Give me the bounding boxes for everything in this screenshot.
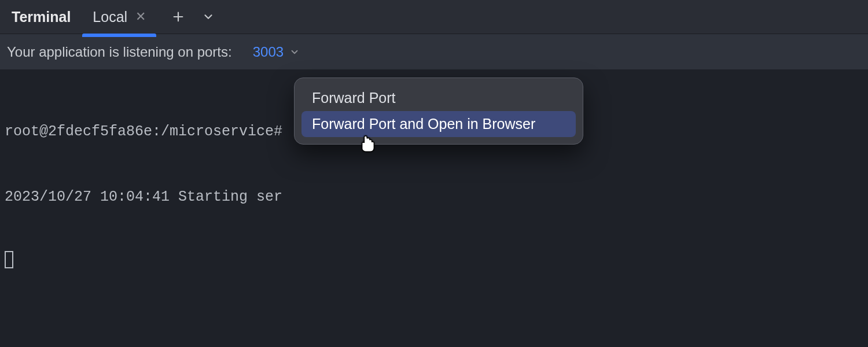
terminal-line: 2023/10/27 10:04:41 Starting ser: [5, 186, 863, 208]
terminal-cursor-line: [5, 251, 863, 274]
ports-label: Your application is listening on ports:: [7, 44, 232, 60]
port-context-menu: Forward Port Forward Port and Open in Br…: [294, 77, 583, 145]
tab-local[interactable]: Local ✕: [82, 0, 156, 34]
menu-item-forward-port[interactable]: Forward Port: [301, 85, 576, 111]
terminal-tab-bar: Terminal Local ✕: [0, 0, 868, 34]
chevron-down-icon: [202, 10, 215, 23]
ports-bar: Your application is listening on ports: …: [0, 34, 868, 69]
new-tab-button[interactable]: [171, 10, 185, 24]
plus-icon: [172, 10, 185, 23]
close-tab-icon[interactable]: ✕: [135, 10, 146, 23]
menu-item-label: Forward Port: [312, 90, 395, 106]
terminal-cursor: [5, 251, 13, 268]
tab-actions: [161, 10, 215, 24]
tab-options-button[interactable]: [201, 10, 215, 24]
menu-item-label: Forward Port and Open in Browser: [312, 116, 535, 132]
tab-label: Local: [93, 9, 127, 25]
menu-item-forward-port-open-browser[interactable]: Forward Port and Open in Browser: [301, 111, 576, 137]
panel-title-text: Terminal: [12, 9, 71, 25]
chevron-down-icon: [289, 47, 300, 57]
port-dropdown[interactable]: 3003: [253, 44, 300, 60]
panel-title: Terminal: [5, 0, 78, 34]
port-number: 3003: [253, 44, 284, 60]
